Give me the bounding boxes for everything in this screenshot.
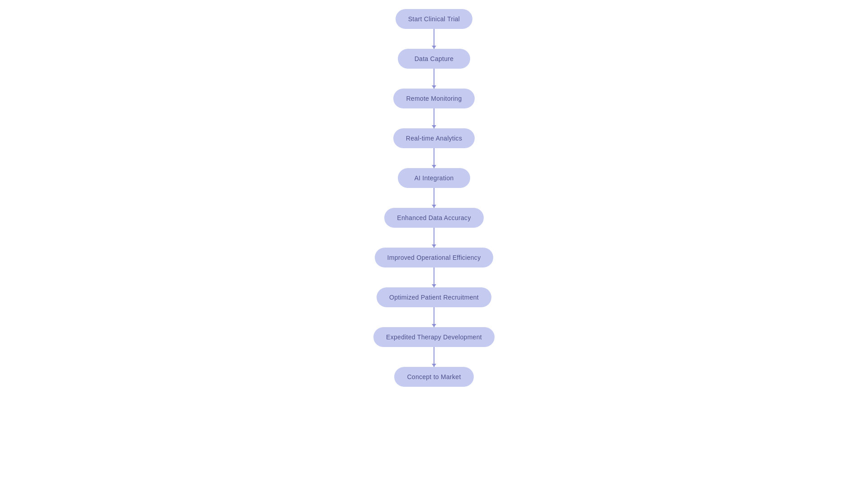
flowchart: Start Clinical TrialData CaptureRemote M… xyxy=(344,0,524,396)
flow-node-remote-monitoring: Remote Monitoring xyxy=(393,89,474,108)
flow-connector-2 xyxy=(434,108,434,128)
flow-node-start-clinical-trial: Start Clinical Trial xyxy=(396,9,473,29)
flow-connector-3 xyxy=(434,148,434,168)
flow-connector-4 xyxy=(434,188,434,208)
flow-node-expedited-therapy-development: Expedited Therapy Development xyxy=(373,327,495,347)
flow-node-enhanced-data-accuracy: Enhanced Data Accuracy xyxy=(384,208,483,228)
flow-connector-1 xyxy=(434,69,434,89)
flow-node-data-capture: Data Capture xyxy=(398,49,470,69)
flow-connector-0 xyxy=(434,29,434,49)
flow-node-realtime-analytics: Real-time Analytics xyxy=(393,128,475,148)
flow-node-improved-operational-efficiency: Improved Operational Efficiency xyxy=(375,248,494,267)
flow-connector-7 xyxy=(434,307,434,327)
flow-connector-8 xyxy=(434,347,434,367)
flow-node-optimized-patient-recruitment: Optimized Patient Recruitment xyxy=(377,287,491,307)
flow-node-concept-to-market: Concept to Market xyxy=(394,367,473,387)
flow-connector-5 xyxy=(434,228,434,248)
flow-node-ai-integration: AI Integration xyxy=(398,168,470,188)
flow-connector-6 xyxy=(434,267,434,287)
